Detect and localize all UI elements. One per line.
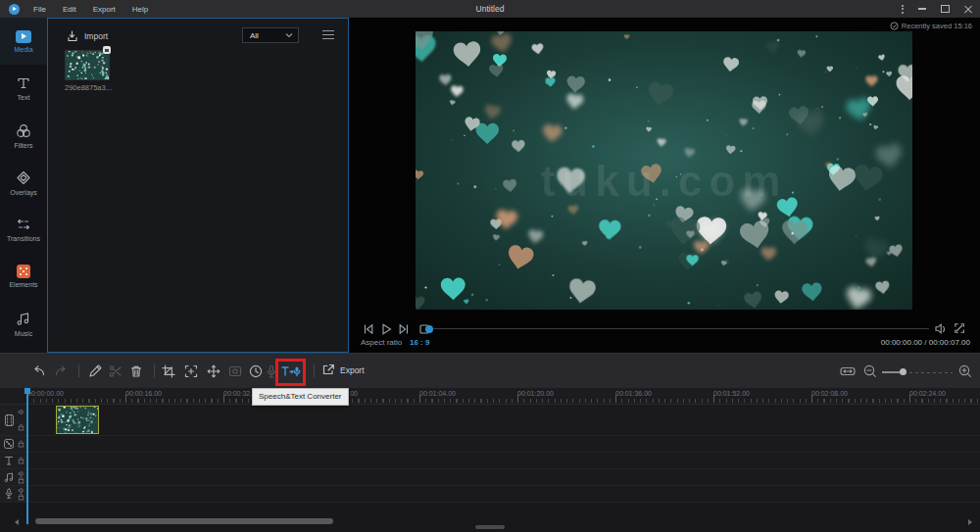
timecode-display: 00:00:00.00 / 00:00:07.00: [881, 338, 970, 347]
voiceover-track-header[interactable]: [0, 486, 27, 502]
toolbar: Export: [0, 353, 980, 388]
video-track-lane[interactable]: [27, 405, 980, 435]
filters-circles-icon: [15, 122, 32, 139]
export-label: Export: [340, 365, 365, 375]
preview-panel: Recently saved 15:16 tuku.com: [349, 18, 980, 353]
playhead[interactable]: [26, 388, 28, 524]
delete-trash-icon[interactable]: [127, 363, 145, 380]
zoom-in-icon[interactable]: [956, 363, 974, 380]
next-frame-button[interactable]: [396, 321, 410, 335]
sidebar: Media Text Filters Overlays Transitions …: [0, 18, 47, 353]
video-track-header[interactable]: [0, 405, 27, 435]
export-button[interactable]: Export: [320, 363, 365, 377]
menu-bar: File Edit Export Help: [33, 5, 165, 14]
elements-track-row: [0, 436, 980, 453]
media-clip-name: 290e8875a3...: [65, 83, 112, 92]
menu-help[interactable]: Help: [132, 5, 148, 14]
scroll-left-arrow-icon[interactable]: [15, 519, 19, 525]
aspect-ratio-label: Aspect ratio: [361, 338, 402, 347]
chevron-down-icon: [283, 31, 295, 39]
sidebar-label-media: Media: [14, 46, 32, 53]
media-clip-item[interactable]: [65, 50, 108, 78]
media-filter-value: All: [250, 31, 283, 40]
minimize-icon[interactable]: [918, 8, 926, 10]
track-lock-icon[interactable]: [18, 493, 24, 501]
fullscreen-button[interactable]: [953, 321, 966, 335]
app-logo-icon: [9, 4, 20, 15]
volume-button[interactable]: [933, 321, 947, 335]
sidebar-item-elements[interactable]: Elements: [0, 253, 47, 300]
sidebar-label-overlays: Overlays: [10, 189, 37, 196]
sidebar-item-media[interactable]: Media: [0, 18, 47, 65]
zoom-slider-handle[interactable]: [900, 368, 906, 375]
previous-frame-button[interactable]: [361, 321, 374, 335]
more-menu-icon[interactable]: [902, 5, 904, 14]
timeline-scrollbar[interactable]: [35, 518, 333, 524]
media-filter-dropdown[interactable]: All: [242, 27, 299, 43]
sidebar-label-transitions: Transitions: [7, 235, 40, 242]
aspect-ratio-value[interactable]: 16 : 9: [410, 338, 429, 347]
text-track-lane[interactable]: [27, 453, 980, 468]
scroll-right-arrow-icon[interactable]: [968, 519, 972, 525]
list-view-icon[interactable]: [322, 30, 334, 39]
preview-video: [416, 31, 912, 310]
timeline-ruler[interactable]: 00:00:00.0000:00:16.0000:00:32.0000:00:4…: [0, 388, 980, 405]
preview-seek-handle[interactable]: [425, 325, 433, 333]
play-button[interactable]: [378, 321, 392, 335]
ruler-major-ticks: [27, 395, 980, 403]
sidebar-item-transitions[interactable]: Transitions: [0, 206, 47, 253]
zoom-slider-track-rest[interactable]: [904, 372, 953, 373]
motion-arrows-icon[interactable]: [205, 363, 222, 380]
timeline-clip[interactable]: [56, 406, 99, 434]
text-icon: [15, 75, 32, 91]
split-scissors-icon[interactable]: [107, 363, 124, 380]
track-lock-icon[interactable]: [18, 457, 24, 464]
preview-seek-bar[interactable]: [429, 328, 929, 329]
video-viewport[interactable]: tuku.com: [416, 31, 912, 310]
close-icon[interactable]: [964, 5, 972, 13]
elements-track-header[interactable]: [0, 436, 27, 452]
video-track-row: [0, 405, 980, 436]
sidebar-item-filters[interactable]: Filters: [0, 112, 47, 159]
music-track-header[interactable]: [0, 469, 27, 485]
export-icon: [320, 363, 335, 377]
import-button[interactable]: Import: [66, 29, 108, 42]
text-track-row: [0, 453, 980, 469]
text-track-header[interactable]: [0, 453, 27, 468]
fit-timeline-icon[interactable]: [839, 363, 857, 380]
elements-track-lane[interactable]: [27, 436, 980, 452]
sidebar-item-text[interactable]: Text: [0, 65, 47, 112]
text-track-icon: [3, 455, 15, 466]
import-icon: [66, 29, 78, 42]
playhead-handle[interactable]: [24, 388, 30, 394]
voiceover-track-lane[interactable]: [27, 486, 980, 502]
menu-file[interactable]: File: [33, 5, 46, 14]
sidebar-label-filters: Filters: [14, 142, 32, 149]
sidebar-item-overlays[interactable]: Overlays: [0, 159, 47, 206]
music-track-lane[interactable]: [27, 469, 980, 485]
mosaic-icon[interactable]: [226, 363, 244, 380]
media-clip-thumbnail: [65, 50, 110, 80]
menu-export[interactable]: Export: [93, 5, 116, 14]
transitions-arrows-icon: [15, 217, 32, 232]
crop-icon[interactable]: [160, 363, 177, 380]
panel-resize-handle[interactable]: [475, 525, 505, 529]
maximize-icon[interactable]: [941, 5, 950, 13]
undo-icon[interactable]: [30, 363, 48, 380]
zoom-out-icon[interactable]: [861, 363, 879, 380]
track-volume-icon[interactable]: [18, 409, 24, 415]
voiceover-track-icon: [3, 488, 15, 501]
sidebar-item-music[interactable]: Music: [0, 300, 47, 347]
sidebar-label-music: Music: [15, 330, 32, 337]
redo-icon[interactable]: [52, 363, 70, 380]
track-lock-icon[interactable]: [18, 476, 24, 484]
menu-edit[interactable]: Edit: [63, 5, 76, 14]
elements-track-icon: [3, 438, 15, 450]
music-track-row: [0, 469, 980, 486]
track-lock-icon[interactable]: [18, 423, 24, 431]
track-lock-icon[interactable]: [18, 440, 24, 448]
video-track-icon: [3, 413, 16, 427]
zoom-frame-icon[interactable]: [182, 363, 200, 380]
playback-controls: [349, 319, 980, 337]
edit-pencil-icon[interactable]: [86, 363, 104, 380]
